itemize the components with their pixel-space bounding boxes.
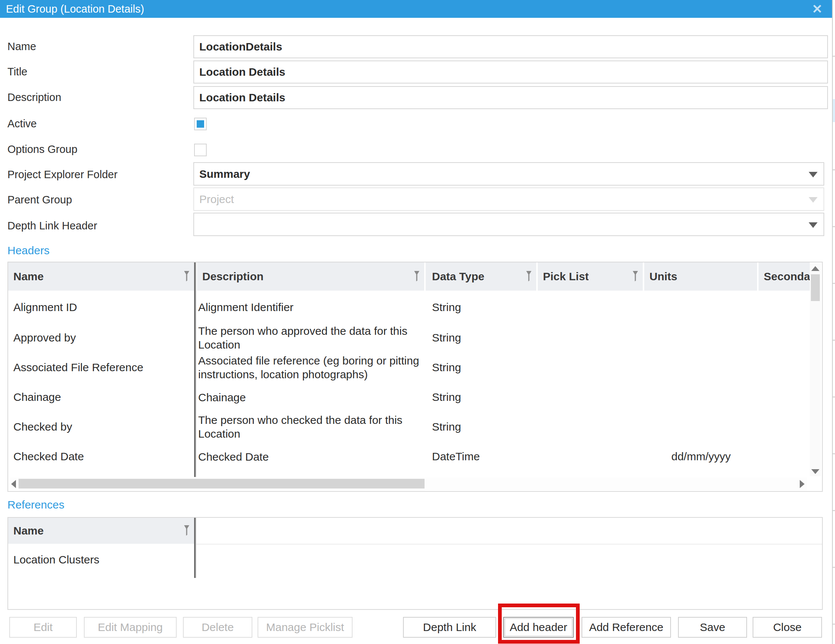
cell-units: [645, 353, 757, 382]
table-row[interactable]: Alignment ID Alignment Identifier String: [8, 291, 809, 323]
headers-table: Name Description Data Type Pick List Uni…: [7, 262, 823, 492]
active-checkbox[interactable]: [194, 118, 207, 130]
column-header-label: Data Type: [432, 262, 484, 291]
chevron-down-icon: [809, 172, 817, 177]
cell-description: Associated file reference (eg boring or …: [198, 353, 424, 382]
filter-icon[interactable]: [184, 271, 190, 282]
column-header-label: Pick List: [543, 262, 588, 291]
column-header-label: Units: [650, 262, 677, 291]
cell-description: The person who checked the data for this…: [198, 412, 424, 442]
dialog-titlebar: Edit Group (Location Details) ✕: [0, 0, 832, 18]
project-explorer-folder-dropdown[interactable]: Summary: [193, 162, 824, 185]
filter-icon[interactable]: [526, 271, 532, 282]
column-header-units[interactable]: Units: [644, 262, 757, 291]
column-splitter[interactable]: [194, 518, 196, 578]
description-input[interactable]: [193, 86, 828, 109]
cell-units: [645, 291, 757, 323]
options-group-checkbox[interactable]: [194, 144, 207, 156]
annotation-highlight-box: [498, 603, 580, 644]
column-header-pick-list[interactable]: Pick List: [538, 262, 643, 291]
cell-name: Location Clusters: [13, 544, 188, 575]
cell-units: dd/mm/yyyy: [645, 442, 757, 472]
delete-button: Delete: [183, 617, 252, 637]
description-label: Description: [7, 90, 61, 105]
background-window-edge: [832, 0, 835, 644]
column-header-label: Name: [13, 262, 44, 291]
cell-units: [645, 382, 757, 412]
checkbox-checked-mark: [197, 120, 204, 128]
cell-description: Alignment Identifier: [198, 291, 424, 323]
vertical-scroll-thumb[interactable]: [811, 274, 820, 301]
scroll-down-icon[interactable]: [811, 469, 819, 474]
headers-section-label: Headers: [7, 243, 49, 258]
column-header-label: Name: [13, 518, 44, 544]
cell-data-type: String: [432, 412, 532, 442]
name-label: Name: [7, 39, 36, 54]
cell-name: Checked by: [13, 412, 188, 442]
cell-description: Chainage: [198, 382, 424, 412]
depth-link-header-label: Depth Link Header: [7, 218, 97, 233]
title-label: Title: [7, 64, 28, 79]
cell-name: Checked Date: [13, 442, 188, 472]
column-header-label: Description: [202, 262, 263, 291]
active-label: Active: [7, 116, 37, 131]
depth-link-header-dropdown[interactable]: [193, 213, 824, 236]
cell-data-type: String: [432, 323, 532, 353]
cell-data-type: String: [432, 382, 532, 412]
options-group-label: Options Group: [7, 142, 78, 157]
table-row[interactable]: Location Clusters: [8, 544, 809, 575]
dropdown-value: Summary: [199, 163, 250, 185]
column-header-secondary[interactable]: Seconda: [759, 262, 810, 291]
chevron-down-icon: [809, 197, 817, 203]
name-input[interactable]: [193, 35, 828, 58]
cell-units: [645, 323, 757, 353]
vertical-scrollbar[interactable]: [810, 263, 821, 476]
cell-data-type: String: [432, 353, 532, 382]
parent-group-label: Parent Group: [7, 192, 72, 207]
cell-name: Approved by: [13, 323, 188, 353]
edit-button: Edit: [9, 617, 77, 637]
column-header-name[interactable]: Name: [8, 262, 194, 291]
background-highlight-row: [833, 99, 835, 122]
column-splitter[interactable]: [194, 262, 196, 477]
cell-name: Alignment ID: [13, 291, 188, 323]
column-header-data-type[interactable]: Data Type: [426, 262, 536, 291]
table-row[interactable]: Associated File Reference Associated fil…: [8, 353, 809, 382]
cell-data-type: DateTime: [432, 442, 532, 472]
filter-icon[interactable]: [632, 271, 638, 282]
parent-group-dropdown: Project: [193, 187, 824, 211]
cell-name: Associated File Reference: [13, 353, 188, 382]
filter-icon[interactable]: [184, 525, 190, 536]
filter-icon[interactable]: [414, 271, 420, 282]
table-row[interactable]: Checked by The person who checked the da…: [8, 412, 809, 442]
scroll-left-icon[interactable]: [11, 480, 16, 488]
depth-link-button[interactable]: Depth Link: [403, 617, 496, 637]
table-row[interactable]: Approved by The person who approved the …: [8, 323, 809, 353]
manage-picklist-button: Manage Picklist: [258, 617, 353, 637]
dropdown-value: Project: [199, 188, 234, 210]
column-header-label: Seconda: [764, 262, 810, 291]
references-section-label: References: [7, 498, 64, 512]
horizontal-scrollbar[interactable]: [9, 478, 807, 490]
table-row[interactable]: Checked Date Checked Date DateTime dd/mm…: [8, 442, 809, 472]
cell-units: [645, 412, 757, 442]
edit-mapping-button: Edit Mapping: [84, 617, 177, 637]
column-header-description[interactable]: Description: [197, 262, 424, 291]
close-button[interactable]: Close: [753, 617, 822, 637]
title-input[interactable]: [193, 60, 828, 83]
add-reference-button[interactable]: Add Reference: [582, 617, 671, 637]
close-icon[interactable]: ✕: [809, 1, 825, 17]
table-row[interactable]: Chainage Chainage String: [8, 382, 809, 412]
scroll-up-icon[interactable]: [811, 266, 819, 271]
cell-description: The person who approved the data for thi…: [198, 323, 424, 353]
column-header-name[interactable]: Name: [8, 518, 194, 544]
references-table: Name Location Clusters: [7, 517, 823, 610]
project-explorer-folder-label: Project Explorer Folder: [7, 167, 118, 182]
dialog-title: Edit Group (Location Details): [6, 0, 144, 18]
cell-name: Chainage: [13, 382, 188, 412]
cell-description: Checked Date: [198, 442, 424, 472]
horizontal-scroll-thumb[interactable]: [19, 479, 424, 488]
scroll-right-icon[interactable]: [800, 480, 804, 488]
save-button[interactable]: Save: [678, 617, 747, 637]
cell-data-type: String: [432, 291, 532, 323]
